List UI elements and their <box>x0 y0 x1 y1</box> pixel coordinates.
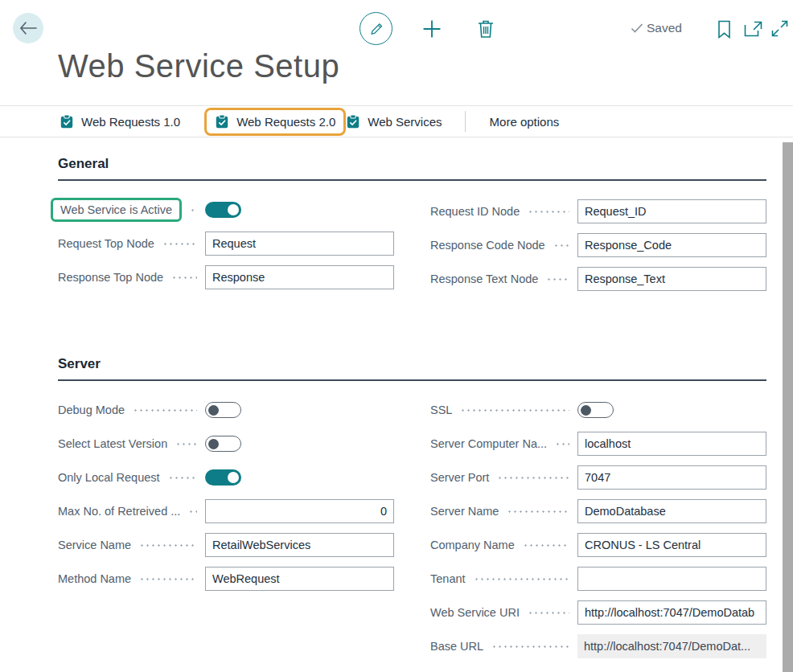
server-name-input[interactable] <box>577 499 766 523</box>
dotted-leader <box>491 645 569 648</box>
bookmark-button[interactable] <box>716 19 732 39</box>
vertical-scrollbar[interactable] <box>783 142 793 672</box>
field-label: Only Local Request <box>58 471 160 484</box>
tenant-input[interactable] <box>577 567 766 591</box>
max-no-retrieved-input[interactable] <box>205 499 394 523</box>
open-in-window-button[interactable] <box>743 21 762 37</box>
field-label: Debug Mode <box>58 404 125 416</box>
base-url-readonly-field: http://localhost:7047/DemoDat... <box>577 634 766 658</box>
toggle-knob <box>208 405 219 416</box>
field-label: Service Name <box>58 539 131 551</box>
field-response-code-node: Response Code Node <box>430 228 766 262</box>
divider-line <box>0 105 793 106</box>
tab-separator <box>465 111 466 132</box>
action-tab-strip: Web Requests 1.0 Web Requests 2.0 Web Se… <box>60 110 559 133</box>
field-web-service-is-active: Web Service is Active <box>58 193 394 227</box>
toggle-knob <box>228 472 239 483</box>
field-label: Request Top Node <box>58 237 154 250</box>
field-response-top-node: Response Top Node <box>58 260 394 294</box>
clipboard-check-icon <box>215 114 229 129</box>
toggle-knob <box>208 439 219 449</box>
field-label: Web Service URI <box>430 606 520 619</box>
ssl-toggle[interactable] <box>577 402 614 418</box>
response-text-node-input[interactable] <box>577 267 766 291</box>
edit-button[interactable] <box>360 12 392 45</box>
clipboard-check-icon <box>346 114 360 129</box>
field-response-text-node: Response Text Node <box>430 262 766 296</box>
service-name-input[interactable] <box>205 533 394 557</box>
field-service-name: Service Name <box>58 528 394 562</box>
clipboard-check-icon <box>60 114 74 129</box>
web-service-uri-input[interactable] <box>577 600 766 625</box>
tab-web-requests-1-0[interactable]: Web Requests 1.0 <box>60 114 180 129</box>
toggle-knob <box>581 405 591 416</box>
debug-mode-toggle[interactable] <box>205 402 241 418</box>
dotted-leader <box>474 578 569 580</box>
response-code-node-input[interactable] <box>577 233 766 257</box>
web-service-is-active-toggle[interactable] <box>205 202 241 218</box>
dotted-leader <box>175 443 197 445</box>
field-request-id-node: Request ID Node <box>430 195 766 228</box>
back-button[interactable] <box>13 13 43 43</box>
company-name-input[interactable] <box>577 533 766 557</box>
tab-label: Web Services <box>368 115 442 129</box>
delete-button[interactable] <box>475 18 496 40</box>
dotted-leader <box>139 544 197 547</box>
field-web-service-uri: Web Service URI <box>430 596 766 629</box>
fullscreen-button[interactable] <box>770 19 788 37</box>
dotted-leader <box>162 243 197 245</box>
dotted-leader <box>555 443 569 445</box>
trash-icon <box>476 18 495 39</box>
request-top-node-input[interactable] <box>205 232 394 256</box>
back-arrow-icon <box>19 22 37 35</box>
plus-icon <box>421 18 442 39</box>
section-server-header: Server <box>58 356 101 372</box>
dotted-leader <box>523 544 569 547</box>
general-left-column: Web Service is Active Request Top Node R… <box>58 193 394 294</box>
field-server-name: Server Name <box>430 494 766 528</box>
check-icon <box>631 23 643 34</box>
dotted-leader <box>460 409 569 412</box>
field-select-latest-version: Select Latest Version <box>58 427 394 461</box>
method-name-input[interactable] <box>205 567 394 591</box>
dotted-leader <box>171 277 197 279</box>
highlight-box-orange: Web Requests 2.0 <box>204 108 346 136</box>
server-port-input[interactable] <box>577 465 766 490</box>
field-label: Base URL <box>430 640 483 653</box>
tab-label: Web Requests 2.0 <box>236 115 335 129</box>
highlight-box-green: Web Service is Active <box>51 198 182 222</box>
field-label: Tenant <box>430 572 466 585</box>
server-left-column: Debug Mode Select Latest Version Only Lo… <box>58 393 394 596</box>
field-debug-mode: Debug Mode <box>58 393 394 427</box>
web-service-setup-page: Saved Web Service Setup Web Requests 1.0 <box>0 0 793 672</box>
field-server-port: Server Port <box>430 461 766 494</box>
tab-label: Web Requests 1.0 <box>81 115 180 129</box>
dotted-leader <box>528 612 569 614</box>
field-label: Server Port <box>430 471 489 484</box>
save-status-label: Saved <box>647 21 682 35</box>
expand-arrows-icon <box>771 20 788 37</box>
request-id-node-input[interactable] <box>577 199 766 223</box>
dotted-leader <box>188 510 197 513</box>
section-general-rule <box>58 179 766 181</box>
only-local-request-toggle[interactable] <box>205 469 241 486</box>
page-title: Web Service Setup <box>58 48 339 84</box>
select-latest-version-toggle[interactable] <box>205 436 241 452</box>
dotted-leader <box>168 477 197 479</box>
field-company-name: Company Name <box>430 528 766 562</box>
field-label: Response Text Node <box>430 272 538 285</box>
more-options-button[interactable]: More options <box>490 115 560 129</box>
field-only-local-request: Only Local Request <box>58 461 394 494</box>
response-top-node-input[interactable] <box>205 265 394 289</box>
field-label: Request ID Node <box>430 205 520 218</box>
field-label: Response Code Node <box>430 239 545 252</box>
tab-web-requests-2-0[interactable]: Web Requests 2.0 <box>215 114 335 129</box>
tab-web-services[interactable]: Web Services <box>346 114 442 129</box>
field-server-computer-name: Server Computer Na... <box>430 427 766 461</box>
new-record-button[interactable] <box>421 18 443 40</box>
dotted-leader <box>139 578 197 580</box>
server-computer-name-input[interactable] <box>577 432 766 456</box>
dotted-leader <box>190 209 197 211</box>
dotted-leader <box>546 278 569 281</box>
popout-icon <box>744 21 762 37</box>
